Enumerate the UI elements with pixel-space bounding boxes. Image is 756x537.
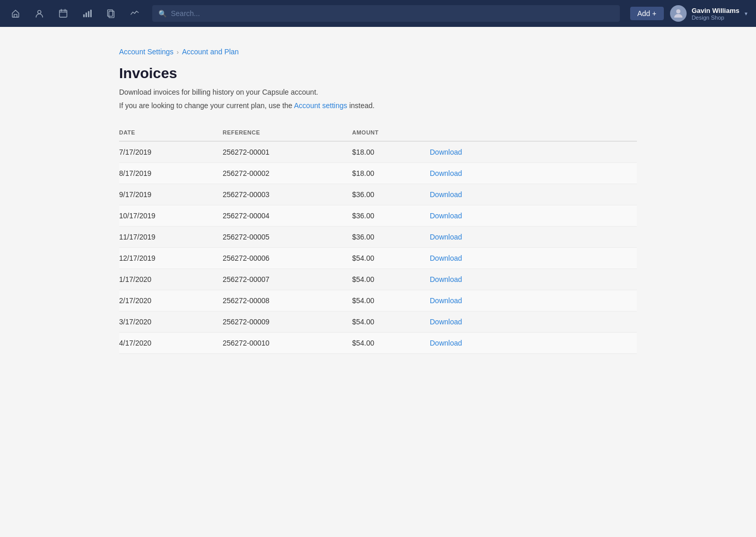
svg-rect-5 [90, 10, 92, 17]
column-header-amount: AMOUNT [352, 125, 430, 141]
invoice-table: DATE REFERENCE AMOUNT 7/17/2019 256272-0… [119, 125, 637, 354]
cell-amount: $54.00 [352, 290, 430, 311]
cell-date: 7/17/2019 [119, 141, 223, 163]
table-row: 8/17/2019 256272-00002 $18.00 Download [119, 163, 637, 184]
activity-icon[interactable] [127, 6, 142, 21]
cell-amount: $18.00 [352, 163, 430, 184]
svg-point-0 [38, 10, 41, 13]
table-row: 11/17/2019 256272-00005 $36.00 Download [119, 227, 637, 248]
cell-download[interactable]: Download [430, 205, 637, 227]
svg-point-8 [676, 9, 680, 13]
cell-download[interactable]: Download [430, 141, 637, 163]
cell-amount: $36.00 [352, 184, 430, 205]
cell-date: 11/17/2019 [119, 227, 223, 248]
download-link[interactable]: Download [430, 169, 462, 177]
cell-amount: $54.00 [352, 333, 430, 354]
cell-download[interactable]: Download [430, 290, 637, 311]
cell-date: 4/17/2020 [119, 333, 223, 354]
cell-amount: $54.00 [352, 311, 430, 333]
column-header-reference: REFERENCE [223, 125, 352, 141]
nav-right-area: Add + Gavin Williams Design Shop ▾ [630, 5, 748, 22]
cell-amount: $54.00 [352, 269, 430, 290]
reports-icon[interactable] [80, 6, 94, 21]
cell-date: 8/17/2019 [119, 163, 223, 184]
page-note-prefix: If you are looking to change your curren… [119, 101, 294, 110]
breadcrumb-account-plan[interactable]: Account and Plan [182, 48, 239, 56]
cell-download[interactable]: Download [430, 333, 637, 354]
cell-date: 3/17/2020 [119, 311, 223, 333]
user-info: Gavin Williams Design Shop [692, 7, 739, 21]
table-row: 10/17/2019 256272-00004 $36.00 Download [119, 205, 637, 227]
breadcrumb-separator: › [177, 48, 179, 56]
cell-reference: 256272-00004 [223, 205, 352, 227]
top-navigation: 🔍 Add + Gavin Williams Design Shop ▾ [0, 0, 756, 27]
cell-download[interactable]: Download [430, 311, 637, 333]
user-menu[interactable]: Gavin Williams Design Shop ▾ [670, 5, 748, 22]
download-link[interactable]: Download [430, 296, 462, 305]
avatar [670, 5, 687, 22]
cell-reference: 256272-00002 [223, 163, 352, 184]
cell-reference: 256272-00010 [223, 333, 352, 354]
download-link[interactable]: Download [430, 148, 462, 156]
download-link[interactable]: Download [430, 318, 462, 326]
download-link[interactable]: Download [430, 190, 462, 199]
cell-download[interactable]: Download [430, 184, 637, 205]
breadcrumb-account-settings[interactable]: Account Settings [119, 48, 173, 56]
table-row: 4/17/2020 256272-00010 $54.00 Download [119, 333, 637, 354]
cell-amount: $54.00 [352, 248, 430, 269]
user-shop: Design Shop [692, 14, 739, 21]
table-row: 12/17/2019 256272-00006 $54.00 Download [119, 248, 637, 269]
search-icon: 🔍 [158, 10, 167, 18]
cell-download[interactable]: Download [430, 163, 637, 184]
column-header-action [430, 125, 637, 141]
cell-reference: 256272-00008 [223, 290, 352, 311]
svg-rect-6 [108, 10, 113, 17]
download-link[interactable]: Download [430, 254, 462, 262]
cell-reference: 256272-00003 [223, 184, 352, 205]
download-link[interactable]: Download [430, 275, 462, 284]
cell-amount: $36.00 [352, 205, 430, 227]
cell-reference: 256272-00006 [223, 248, 352, 269]
contacts-icon[interactable] [32, 6, 47, 21]
page-note: If you are looking to change your curren… [119, 101, 637, 110]
add-button[interactable]: Add + [630, 7, 664, 20]
calendar-icon[interactable] [56, 6, 70, 21]
cell-reference: 256272-00007 [223, 269, 352, 290]
cell-reference: 256272-00001 [223, 141, 352, 163]
svg-rect-2 [83, 14, 85, 17]
documents-icon[interactable] [104, 6, 118, 21]
cell-date: 2/17/2020 [119, 290, 223, 311]
cell-download[interactable]: Download [430, 227, 637, 248]
svg-rect-7 [109, 11, 114, 18]
table-header: DATE REFERENCE AMOUNT [119, 125, 637, 141]
cell-date: 9/17/2019 [119, 184, 223, 205]
download-link[interactable]: Download [430, 233, 462, 241]
page-note-suffix: instead. [347, 101, 375, 110]
column-header-date: DATE [119, 125, 223, 141]
main-content: Account Settings › Account and Plan Invo… [104, 27, 652, 375]
svg-rect-4 [88, 11, 90, 18]
svg-rect-3 [85, 12, 87, 17]
cell-download[interactable]: Download [430, 248, 637, 269]
table-row: 3/17/2020 256272-00009 $54.00 Download [119, 311, 637, 333]
nav-icon-group [8, 6, 142, 21]
table-row: 9/17/2019 256272-00003 $36.00 Download [119, 184, 637, 205]
breadcrumb: Account Settings › Account and Plan [119, 48, 637, 56]
page-title: Invoices [119, 65, 637, 82]
home-icon[interactable] [8, 6, 23, 21]
cell-date: 1/17/2020 [119, 269, 223, 290]
user-name: Gavin Williams [692, 7, 739, 14]
search-input[interactable] [171, 9, 614, 18]
download-link[interactable]: Download [430, 212, 462, 220]
download-link[interactable]: Download [430, 339, 462, 347]
cell-reference: 256272-00009 [223, 311, 352, 333]
cell-amount: $18.00 [352, 141, 430, 163]
table-row: 7/17/2019 256272-00001 $18.00 Download [119, 141, 637, 163]
table-row: 1/17/2020 256272-00007 $54.00 Download [119, 269, 637, 290]
search-bar[interactable]: 🔍 [152, 5, 620, 22]
cell-download[interactable]: Download [430, 269, 637, 290]
account-settings-link[interactable]: Account settings [294, 101, 347, 110]
cell-amount: $36.00 [352, 227, 430, 248]
table-row: 2/17/2020 256272-00008 $54.00 Download [119, 290, 637, 311]
table-body: 7/17/2019 256272-00001 $18.00 Download 8… [119, 141, 637, 354]
